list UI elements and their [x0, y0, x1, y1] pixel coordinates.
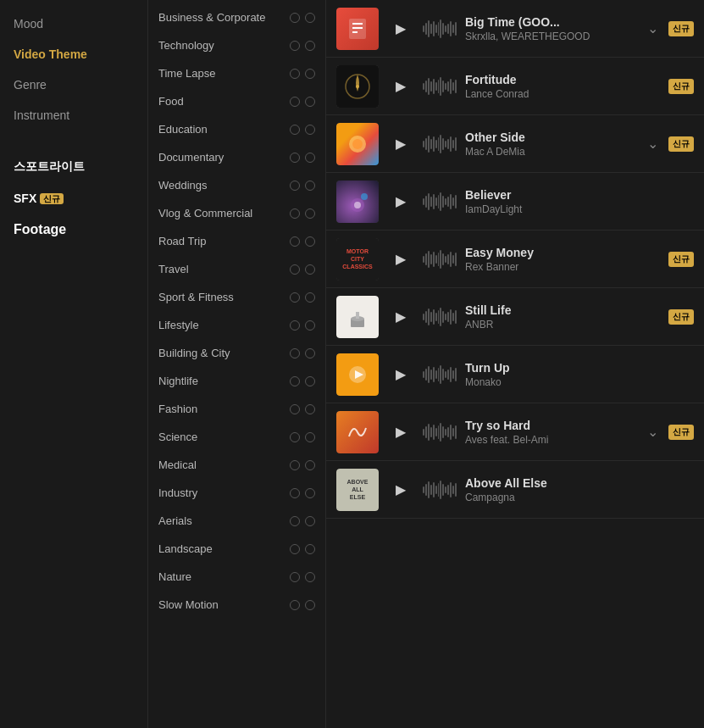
play-button[interactable]: ▶	[387, 15, 414, 42]
nav-video-theme[interactable]: Video Theme	[0, 39, 147, 69]
category-item[interactable]: Nightlife	[148, 367, 325, 395]
radio-dot-2[interactable]	[305, 376, 315, 386]
radio-dot-1[interactable]	[290, 460, 300, 470]
radio-dot-2[interactable]	[305, 600, 315, 610]
radio-dot-2[interactable]	[305, 41, 315, 51]
nav-instrument[interactable]: Instrument	[0, 100, 147, 131]
radio-dot-2[interactable]	[305, 208, 315, 219]
nav-spotlight[interactable]: 스포트라이트	[0, 151, 147, 183]
category-item[interactable]: Sport & Fitness	[148, 283, 325, 311]
radio-dot-1[interactable]	[290, 572, 300, 582]
category-label: Lifestyle	[158, 319, 199, 331]
play-button[interactable]: ▶	[387, 131, 414, 158]
radio-dot-2[interactable]	[305, 320, 315, 331]
radio-dot-2[interactable]	[305, 460, 315, 470]
radio-dot-1[interactable]	[290, 264, 300, 275]
category-item[interactable]: Industry	[148, 479, 325, 507]
chevron-button[interactable]: ⌄	[644, 132, 662, 155]
play-button[interactable]: ▶	[387, 303, 414, 331]
play-button[interactable]: ▶	[387, 361, 414, 388]
play-button[interactable]: ▶	[387, 188, 414, 215]
radio-dot-2[interactable]	[305, 13, 315, 23]
radio-dot-1[interactable]	[290, 292, 300, 303]
play-button[interactable]: ▶	[387, 419, 414, 446]
radio-dot-2[interactable]	[305, 181, 315, 191]
category-item[interactable]: Education	[148, 115, 325, 143]
radio-dot-2[interactable]	[305, 488, 315, 498]
nav-footage[interactable]: Footage	[0, 214, 147, 246]
category-label: Food	[158, 95, 184, 108]
track-actions: 신규	[668, 252, 694, 267]
category-item[interactable]: Documentary	[148, 143, 325, 171]
track-row: ▶ Turn Up Monako	[326, 346, 704, 403]
category-item[interactable]: Road Trip	[148, 227, 325, 255]
radio-dot-1[interactable]	[290, 320, 300, 331]
radio-dot-2[interactable]	[305, 125, 315, 135]
category-item[interactable]: Building & City	[148, 339, 325, 367]
category-item[interactable]: Business & Corporate	[148, 3, 325, 31]
radio-dot-2[interactable]	[305, 153, 315, 163]
radio-dot-1[interactable]	[290, 97, 300, 107]
radio-dot-2[interactable]	[305, 236, 315, 247]
radio-dot-1[interactable]	[290, 544, 300, 554]
radio-dot-2[interactable]	[305, 292, 315, 303]
radio-dot-2[interactable]	[305, 69, 315, 79]
radio-dot-2[interactable]	[305, 544, 315, 554]
category-item[interactable]: Slow Motion	[148, 591, 325, 619]
category-item[interactable]: Technology	[148, 31, 325, 59]
radio-dot-1[interactable]	[290, 153, 300, 163]
radio-dot-1[interactable]	[290, 404, 300, 414]
category-item[interactable]: Fashion	[148, 395, 325, 423]
radio-dot-1[interactable]	[290, 69, 300, 79]
radio-dot-1[interactable]	[290, 208, 300, 219]
radio-dot-1[interactable]	[290, 181, 300, 191]
category-item[interactable]: Time Lapse	[148, 59, 325, 87]
track-list: ▶ Big Time (GOO... Skrxlla, WEARETHEGOOD…	[326, 0, 704, 728]
chevron-button[interactable]: ⌄	[644, 420, 662, 443]
radio-dot-2[interactable]	[305, 348, 315, 358]
category-item[interactable]: Travel	[148, 255, 325, 283]
waveform	[423, 189, 457, 214]
category-item[interactable]: Aerials	[148, 507, 325, 535]
track-thumbnail: ABOVEALLELSE	[336, 469, 379, 511]
play-button[interactable]: ▶	[387, 476, 414, 503]
radio-group	[290, 264, 315, 275]
radio-dot-2[interactable]	[305, 572, 315, 582]
radio-dot-2[interactable]	[305, 264, 315, 275]
radio-group	[290, 153, 315, 163]
category-item[interactable]: Food	[148, 87, 325, 115]
radio-dot-1[interactable]	[290, 600, 300, 610]
radio-dot-1[interactable]	[290, 348, 300, 358]
nav-genre[interactable]: Genre	[0, 69, 147, 100]
chevron-button[interactable]: ⌄	[644, 17, 662, 40]
radio-dot-1[interactable]	[290, 41, 300, 51]
category-item[interactable]: Vlog & Commercial	[148, 199, 325, 227]
radio-dot-1[interactable]	[290, 488, 300, 498]
radio-dot-1[interactable]	[290, 376, 300, 386]
play-button[interactable]: ▶	[387, 73, 414, 100]
radio-dot-1[interactable]	[290, 432, 300, 442]
category-item[interactable]: Weddings	[148, 171, 325, 199]
track-thumbnail	[336, 296, 379, 338]
nav-sfx[interactable]: SFX신규	[0, 183, 147, 214]
radio-dot-1[interactable]	[290, 516, 300, 526]
radio-dot-1[interactable]	[290, 13, 300, 23]
track-title: Easy Money	[465, 246, 660, 259]
radio-dot-1[interactable]	[290, 125, 300, 135]
radio-dot-2[interactable]	[305, 97, 315, 107]
category-item[interactable]: Landscape	[148, 535, 325, 563]
nav-mood[interactable]: Mood	[0, 8, 147, 39]
radio-dot-2[interactable]	[305, 516, 315, 526]
track-row: ▶ Fortitude Lance Conrad 신규	[326, 58, 704, 115]
category-item[interactable]: Science	[148, 423, 325, 451]
radio-dot-2[interactable]	[305, 404, 315, 414]
category-item[interactable]: Nature	[148, 563, 325, 591]
category-item[interactable]: Lifestyle	[148, 311, 325, 339]
radio-dot-2[interactable]	[305, 432, 315, 442]
play-button[interactable]: ▶	[387, 246, 414, 273]
track-thumbnail	[336, 8, 379, 50]
radio-group	[290, 404, 315, 414]
svg-point-9	[354, 202, 361, 208]
category-item[interactable]: Medical	[148, 451, 325, 479]
radio-dot-1[interactable]	[290, 236, 300, 247]
